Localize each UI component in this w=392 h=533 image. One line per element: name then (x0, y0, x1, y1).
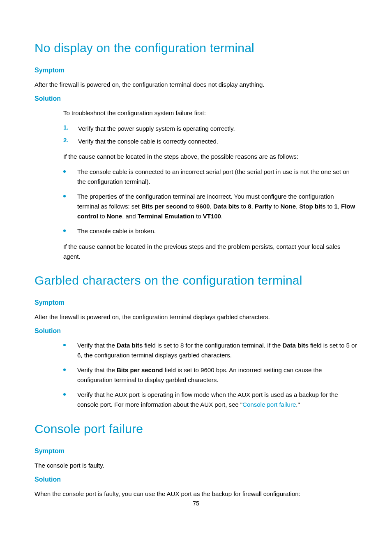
list-text: The console cable is connected to an inc… (77, 167, 357, 187)
symptom-text: The console port is faulty. (35, 461, 357, 470)
bold-term: Stop bits (299, 203, 325, 210)
bold-term: Data bits (282, 342, 308, 349)
list-item: Verify that the Data bits field is set t… (63, 341, 357, 360)
subheading-symptom: Symptom (35, 67, 357, 74)
solution-intro: To troubleshoot the configuration system… (63, 108, 357, 118)
list-text: Verify that the console cable is correct… (78, 137, 218, 146)
list-item: The properties of the configuration term… (63, 192, 357, 221)
page: No display on the configuration terminal… (0, 0, 392, 533)
bullet-icon (63, 393, 66, 396)
after-numbered-text: If the cause cannot be located in the st… (63, 152, 357, 161)
list-item: 2. Verify that the console cable is corr… (63, 137, 357, 146)
bullet-list: The console cable is connected to an inc… (63, 167, 357, 236)
bold-term: Terminal Emulation (138, 213, 194, 220)
numbered-list: 1. Verify that the power supply system i… (63, 124, 357, 146)
subheading-solution: Solution (35, 327, 357, 335)
text-fragment: Verify that the (77, 366, 117, 373)
bullet-icon (63, 170, 66, 173)
subheading-symptom: Symptom (35, 299, 357, 306)
page-number: 75 (0, 500, 392, 507)
list-item: Verify that he AUX port is operating in … (63, 390, 357, 410)
list-item: Verify that the Bits per second field is… (63, 365, 357, 385)
heading-garbled: Garbled characters on the configuration … (35, 273, 357, 287)
list-text: Verify that the Bits per second field is… (77, 365, 357, 385)
symptom-text: After the firewall is powered on, the co… (35, 312, 357, 322)
list-text: The properties of the configuration term… (77, 192, 357, 221)
bullet-icon (63, 368, 66, 371)
symptom-text: After the firewall is powered on, the co… (35, 80, 357, 89)
bold-term: Data bits (213, 203, 239, 210)
bullet-icon (63, 229, 66, 232)
bold-term: 8 (248, 203, 251, 210)
list-number: 1. (63, 124, 70, 133)
list-item: The console cable is broken. (63, 226, 357, 236)
bold-term: None (107, 213, 122, 220)
bold-term: None (280, 203, 296, 210)
solution-text: When the console port is faulty, you can… (35, 489, 357, 498)
subheading-symptom: Symptom (35, 447, 357, 455)
bullet-list: Verify that the Data bits field is set t… (63, 341, 357, 410)
list-text: Verify that he AUX port is operating in … (77, 390, 357, 410)
heading-console-port-failure: Console port failure (35, 422, 357, 436)
after-bullets-text: If the cause cannot be located in the pr… (63, 242, 357, 261)
bold-term: Parity (255, 203, 272, 210)
list-text: Verify that the power supply system is o… (78, 124, 235, 133)
subheading-solution: Solution (35, 95, 357, 102)
link-console-port-failure[interactable]: Console port failure (242, 401, 296, 408)
bold-term: 1 (334, 203, 337, 210)
text-fragment: Verify that the (77, 342, 117, 349)
bold-term: VT100 (203, 213, 221, 220)
list-item: 1. Verify that the power supply system i… (63, 124, 357, 133)
heading-no-display: No display on the configuration terminal (35, 41, 357, 55)
list-text: The console cable is broken. (77, 226, 357, 236)
bullet-icon (63, 344, 66, 346)
bold-term: Data bits (117, 342, 143, 349)
list-number: 2. (63, 137, 70, 146)
bold-term: 9600 (196, 203, 210, 210)
bullet-icon (63, 195, 66, 197)
text-fragment: ." (296, 401, 300, 408)
text-fragment: field is set to 8 for the configuration … (143, 342, 282, 349)
subheading-solution: Solution (35, 476, 357, 483)
list-item: The console cable is connected to an inc… (63, 167, 357, 187)
bold-term: Bits per second (141, 203, 188, 210)
list-text: Verify that the Data bits field is set t… (77, 341, 357, 360)
bold-term: Bits per second (117, 366, 163, 373)
